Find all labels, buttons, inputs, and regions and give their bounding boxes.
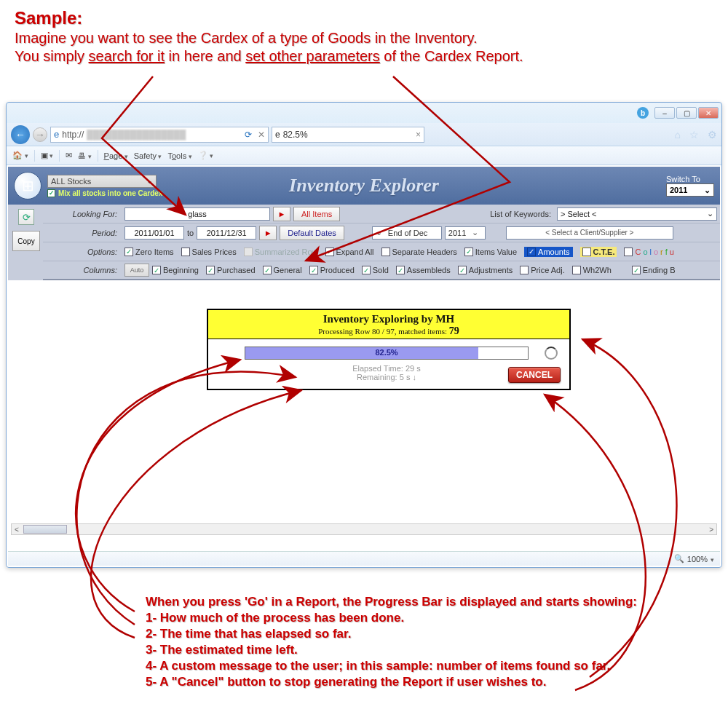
opt-colorful[interactable]: ColorfuColorfu bbox=[624, 248, 674, 256]
mail-icon[interactable]: ✉ bbox=[66, 151, 72, 160]
maximize-button[interactable]: ▢ bbox=[676, 107, 697, 119]
default-dates-button[interactable]: Default Dates bbox=[280, 226, 344, 240]
columns-label: Columns: bbox=[46, 266, 122, 274]
annotation-bottom: When you press 'Go' in a Report, the Pro… bbox=[146, 594, 713, 691]
annotation-top: Sample: Imagine you want to see the Card… bbox=[15, 7, 699, 66]
row-options: Options: Zero Items Sales Prices Summari… bbox=[43, 242, 720, 261]
tab-ie-icon: e bbox=[275, 130, 280, 140]
opt-summarized-row[interactable]: Summarized Row bbox=[244, 248, 318, 256]
tab-title: 82.5% bbox=[283, 130, 308, 140]
stop-icon[interactable]: ✕ bbox=[258, 130, 265, 140]
scrollbar-thumb[interactable] bbox=[23, 525, 67, 534]
col-beginning[interactable]: Beginning bbox=[152, 266, 199, 274]
help-menu[interactable]: ❔ bbox=[198, 151, 214, 160]
tab-close-icon[interactable]: × bbox=[416, 130, 421, 140]
options-label: Options: bbox=[46, 248, 122, 256]
progress-title: Inventory Exploring by MH bbox=[208, 313, 569, 325]
mix-stocks-checkbox[interactable]: ✓ Mix all stocks into one Cardex bbox=[47, 189, 162, 197]
spinner-icon bbox=[545, 347, 558, 360]
browser-toolbar: 🏠 ▣ ✉ 🖶 PPageage Safety ToolsTools ❔ bbox=[7, 146, 721, 165]
app-title: Inventory Explorer bbox=[289, 175, 439, 197]
row-looking-for: Looking For: glass ► All Items List of K… bbox=[43, 205, 720, 223]
back-button[interactable]: ← bbox=[11, 125, 30, 144]
horizontal-scrollbar[interactable]: < > bbox=[11, 523, 717, 535]
col-sold[interactable]: Sold bbox=[362, 266, 389, 274]
col-price-adj[interactable]: Price Adj. bbox=[520, 266, 564, 274]
progress-bar: 82.5% bbox=[245, 347, 529, 360]
home-menu[interactable]: 🏠 bbox=[12, 151, 28, 160]
period-to-input[interactable]: 2011/12/31 bbox=[197, 226, 256, 240]
titlebar-right-icons: ⌂ ☆ ⚙ bbox=[675, 129, 717, 141]
col-general[interactable]: General bbox=[263, 266, 302, 274]
zoom-icon[interactable]: 🔍 bbox=[674, 554, 684, 563]
zoom-level: 100% bbox=[687, 555, 708, 563]
left-button-column: ⟳ Copy bbox=[9, 205, 43, 251]
opt-items-value[interactable]: Items Value bbox=[464, 248, 517, 256]
progress-header: Inventory Exploring by MH Processing Row… bbox=[208, 310, 569, 339]
endof-month-select[interactable]: End of Dec bbox=[372, 226, 442, 240]
period-from-input[interactable]: 2011/01/01 bbox=[124, 226, 184, 240]
windows-logo-icon: ⊞ bbox=[14, 172, 41, 199]
looking-for-label: Looking For: bbox=[46, 210, 122, 218]
refresh-square-button[interactable]: ⟳ bbox=[18, 209, 34, 225]
endof-year-select[interactable]: 2011 bbox=[445, 226, 486, 240]
app-favicon: b bbox=[637, 107, 649, 119]
feeds-menu[interactable]: ▣ bbox=[41, 151, 54, 160]
col-produced[interactable]: Produced bbox=[309, 266, 355, 274]
search-go-button[interactable]: ► bbox=[273, 207, 290, 221]
opt-amounts[interactable]: Amounts bbox=[524, 247, 572, 257]
opt-cte[interactable]: C.T.E. bbox=[580, 247, 617, 257]
stock-select[interactable]: ALL Stocks⌄ bbox=[47, 175, 157, 188]
period-label: Period: bbox=[46, 229, 122, 237]
copy-button[interactable]: Copy bbox=[12, 231, 40, 251]
looking-for-input[interactable]: glass bbox=[124, 207, 270, 221]
browser-tab[interactable]: e 82.5% × bbox=[272, 127, 424, 143]
close-button[interactable]: ✕ bbox=[698, 107, 719, 119]
col-purchased[interactable]: Purchased bbox=[206, 266, 256, 274]
keywords-select[interactable]: > Select <⌄ bbox=[557, 207, 717, 221]
address-bar: ← → e http:// ████████████████ ⟳ ✕ e 82.… bbox=[7, 123, 721, 146]
opt-expand-all[interactable]: Expand All bbox=[325, 248, 374, 256]
row-columns: Columns: Auto Beginning Purchased Genera… bbox=[43, 261, 720, 280]
refresh-icon[interactable]: ⟳ bbox=[242, 130, 255, 140]
columns-auto-button[interactable]: Auto bbox=[124, 264, 149, 277]
progress-subtitle: Processing Row 80 / 97, matched items: 7… bbox=[208, 325, 569, 337]
period-go-button[interactable]: ► bbox=[259, 226, 277, 240]
switch-year-select[interactable]: 2011⌄ bbox=[666, 183, 714, 197]
tools-menu[interactable]: ToolsTools bbox=[167, 151, 191, 160]
window-titlebar: b – ▢ ✕ bbox=[7, 103, 721, 123]
opt-separate-headers[interactable]: Separate Headers bbox=[381, 248, 457, 256]
safety-menu[interactable]: Safety bbox=[134, 151, 162, 160]
filter-area: Looking For: glass ► All Items List of K… bbox=[8, 205, 720, 280]
favorites-icon[interactable]: ☆ bbox=[689, 129, 699, 141]
cancel-button[interactable]: CANCEL bbox=[508, 367, 561, 383]
home-icon[interactable]: ⌂ bbox=[675, 129, 681, 141]
page-menu[interactable]: PPageage bbox=[104, 151, 128, 160]
minimize-button[interactable]: – bbox=[654, 107, 675, 119]
print-menu[interactable]: 🖶 bbox=[78, 151, 92, 160]
opt-sales-prices[interactable]: Sales Prices bbox=[181, 248, 237, 256]
col-assembleds[interactable]: Assembleds bbox=[396, 266, 451, 274]
url-field[interactable]: e http:// ████████████████ ⟳ ✕ bbox=[50, 127, 269, 143]
ie-icon: e bbox=[54, 129, 59, 140]
settings-icon[interactable]: ⚙ bbox=[708, 129, 717, 141]
annotation-line2: You simply search for it in here and set… bbox=[15, 47, 699, 66]
col-ending-b[interactable]: Ending B bbox=[632, 266, 676, 274]
row-period: Period: 2011/01/01 to 2011/12/31 ► Defau… bbox=[43, 223, 720, 242]
browser-status-bar: 🔍 100% bbox=[8, 551, 720, 566]
all-items-button[interactable]: All Items bbox=[293, 207, 340, 221]
annotation-title: Sample: bbox=[15, 7, 699, 29]
url-blurred: ████████████████ bbox=[87, 130, 186, 140]
opt-zero-items[interactable]: Zero Items bbox=[124, 248, 174, 256]
col-adjustments[interactable]: Adjustments bbox=[458, 266, 513, 274]
client-supplier-select[interactable]: < Select a Client/Supplier > bbox=[506, 226, 673, 240]
progress-percent: 82.5% bbox=[245, 348, 528, 357]
app-header: ⊞ ALL Stocks⌄ ✓ Mix all stocks into one … bbox=[8, 167, 720, 205]
url-scheme: http:// bbox=[62, 130, 84, 140]
zoom-menu[interactable] bbox=[711, 555, 714, 563]
forward-button[interactable]: → bbox=[33, 127, 47, 142]
switch-to: Switch To 2011⌄ bbox=[666, 175, 714, 197]
keywords-label: List of Keywords: bbox=[490, 210, 551, 218]
progress-dialog: Inventory Exploring by MH Processing Row… bbox=[207, 309, 571, 390]
col-wh2wh[interactable]: Wh2Wh bbox=[572, 266, 612, 274]
